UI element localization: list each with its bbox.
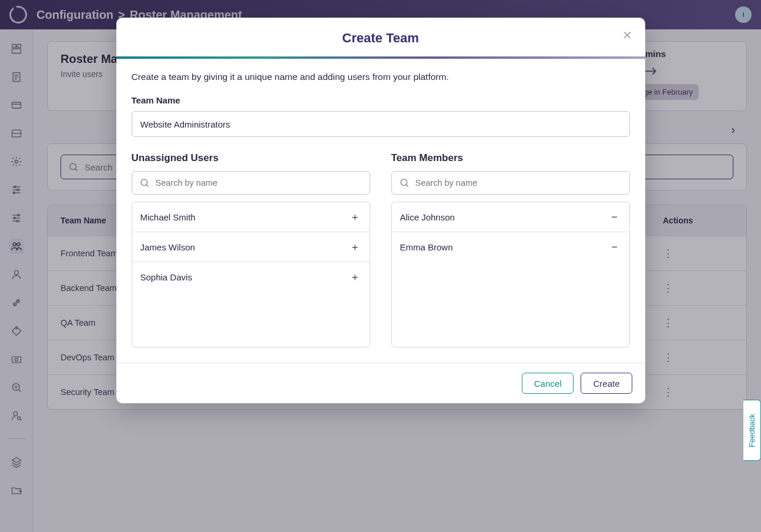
members-title: Team Members [391, 152, 630, 164]
unassigned-column: Unassigned Users Michael Smith＋James Wil… [132, 152, 370, 347]
team-name-label: Team Name [132, 95, 630, 105]
unassigned-search-input[interactable] [132, 171, 370, 195]
modal-overlay[interactable]: Create Team ✕ Create a team by giving it… [0, 0, 761, 532]
user-row: James Wilson＋ [132, 232, 370, 262]
add-user-icon[interactable]: ＋ [348, 240, 361, 253]
user-row: Sophia Davis＋ [132, 262, 370, 292]
user-row: Alice Johnson− [392, 202, 629, 232]
unassigned-search-field[interactable] [156, 178, 363, 188]
members-search-field[interactable] [415, 178, 622, 188]
unassigned-title: Unassigned Users [132, 152, 370, 164]
add-user-icon[interactable]: ＋ [348, 270, 361, 283]
user-name: James Wilson [140, 242, 195, 252]
user-name: Michael Smith [140, 212, 196, 222]
remove-user-icon[interactable]: − [608, 240, 621, 253]
team-name-input[interactable] [132, 111, 630, 137]
svg-line-46 [406, 185, 408, 187]
search-icon [139, 178, 150, 188]
create-button[interactable]: Create [581, 373, 632, 394]
svg-point-45 [401, 179, 407, 186]
cancel-button[interactable]: Cancel [522, 373, 574, 394]
modal-description: Create a team by giving it a unique name… [132, 72, 630, 82]
search-icon [399, 178, 410, 188]
create-team-modal: Create Team ✕ Create a team by giving it… [116, 18, 645, 403]
user-row: Michael Smith＋ [132, 202, 370, 232]
members-user-list: Alice Johnson−Emma Brown− [391, 202, 630, 347]
svg-point-43 [141, 179, 147, 186]
user-name: Sophia Davis [140, 272, 192, 282]
close-icon[interactable]: ✕ [622, 28, 632, 42]
add-user-icon[interactable]: ＋ [348, 210, 361, 223]
modal-footer: Cancel Create [116, 363, 645, 403]
remove-user-icon[interactable]: − [608, 210, 621, 223]
unassigned-user-list: Michael Smith＋James Wilson＋Sophia Davis＋ [132, 202, 370, 347]
svg-line-44 [146, 185, 149, 187]
members-column: Team Members Alice Johnson−Emma Brown− [391, 152, 630, 347]
user-row: Emma Brown− [392, 232, 629, 262]
members-search-input[interactable] [391, 171, 630, 195]
user-name: Alice Johnson [400, 212, 455, 222]
modal-title: Create Team [116, 18, 645, 56]
feedback-tab[interactable]: Feedback [743, 400, 761, 461]
user-name: Emma Brown [400, 242, 453, 252]
